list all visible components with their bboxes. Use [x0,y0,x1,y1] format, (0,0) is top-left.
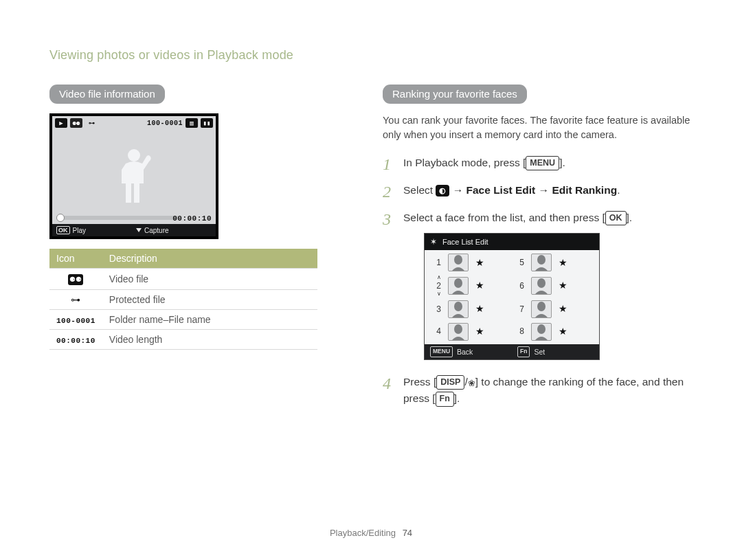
section-pill-left: Video file information [49,85,165,104]
step-2: Select ◐ → Face List Edit → Edit Ranking… [383,182,701,199]
breadcrumb: Viewing photos or videos in Playback mod… [49,48,701,63]
face-thumbnail [531,300,552,318]
step-text: Press [ [403,376,436,388]
right-column: Ranking your favorite faces You can rank… [383,85,701,418]
page-footer: Playback/Editing 74 [0,528,742,538]
face-cell: 3★ [429,298,512,320]
video-lcd-preview: ▶ ⚈⚈ ⊶ 100-0001 ▥ ▮▮ [49,113,218,239]
table-desc: Video file [102,269,317,290]
svg-point-3 [454,278,462,288]
face-rank-number: 4 [434,325,441,338]
menu-key-label: MENU [430,346,453,357]
face-list-title: Face List Edit [442,236,488,248]
video-duration-label: 00:00:10 [172,214,212,223]
face-cell: ∧2∨★ [429,274,512,298]
svg-point-7 [454,324,462,334]
camcorder-icon: ⚈⚈ [68,274,83,285]
star-icon: ★ [475,278,484,293]
folder-file-code: 100-0001 [56,317,95,325]
footer-page-number: 74 [403,528,412,538]
face-thumbnail [531,254,552,271]
face-thumbnail [531,277,552,295]
menu-button-label: MENU [526,156,559,170]
back-label: Back [457,346,473,357]
star-icon: ★ [475,302,484,317]
face-cell: 7★ [512,298,595,320]
table-row: 100-0001 Folder name–File name [49,309,317,329]
macro-flower-icon: ❀ [468,378,475,388]
icon-description-table: Icon Description ⚈⚈ Video file ⊶ Protect… [49,249,317,350]
down-triangle-icon [136,228,142,232]
svg-point-5 [454,302,462,311]
lock-icon: ⊶ [85,118,98,128]
face-thumbnail [448,323,469,341]
lock-icon: ⊶ [68,294,83,305]
mode-dial-icon: ◐ [436,185,449,197]
step-text: ]. [454,392,460,404]
progress-knob [56,214,65,222]
face-thumbnail [448,254,469,271]
ok-button-label: OK [605,211,627,225]
camcorder-icon: ⚈⚈ [70,118,82,128]
face-rank-number: 8 [517,325,524,338]
face-cell: 6★ [512,274,595,298]
disp-button-label: DISP [436,375,464,390]
face-list-lcd: ✶ Face List Edit 1★5★∧2∨★6★3★7★4★8★ MENU… [424,233,600,360]
svg-point-8 [537,324,546,334]
video-length-code: 00:00:10 [56,337,95,345]
table-desc: Video length [102,329,317,349]
face-cell: 4★ [429,320,512,343]
section-pill-right: Ranking your favorite faces [383,85,527,104]
star-icon: ★ [559,278,567,293]
capture-action-label: Capture [144,227,169,234]
left-column: Video file information ▶ ⚈⚈ ⊶ 100-0001 ▥… [49,85,317,418]
face-cell: 5★ [512,251,595,274]
step-text: Select a face from the list, and then pr… [403,212,605,223]
face-cell: 8★ [512,320,595,343]
fn-key-label: Fn [517,346,530,357]
section-intro: You can rank your favorite faces. The fa… [383,113,701,142]
star-icon: ★ [475,256,484,271]
file-code-label: 100-0001 [147,120,183,127]
face-rank-number: ∧2∨ [434,276,441,297]
battery-icon: ▮▮ [201,118,213,128]
step-text: ]. [559,157,565,168]
steps-list: In Playback mode, press [MENU]. Select ◐… [383,155,701,407]
face-thumbnail [448,300,469,318]
star-icon: ★ [475,324,484,339]
step-text: ]. [627,212,633,223]
step-text: Select [403,184,436,196]
star-icon: ★ [559,302,567,317]
table-head-desc: Description [102,249,317,269]
face-rank-number: 3 [434,303,441,316]
face-thumbnail [448,277,469,295]
fn-button-label: Fn [436,392,454,406]
svg-point-0 [128,149,140,161]
table-row: ⚈⚈ Video file [49,269,317,290]
svg-point-6 [537,302,546,311]
face-cell: 1★ [429,251,512,274]
play-action-label: Play [73,227,86,234]
svg-point-4 [537,278,546,288]
ok-key-label: OK [56,226,70,234]
face-rank-number: 1 [434,256,441,269]
face-thumbnail [531,323,552,341]
play-mode-icon: ▶ [55,118,67,128]
footer-section: Playback/Editing [330,528,396,538]
step-4: Press [DISP/❀] to change the ranking of … [383,374,701,407]
table-desc: Protected file [102,289,317,309]
table-head-icon: Icon [49,249,102,269]
two-column-layout: Video file information ▶ ⚈⚈ ⊶ 100-0001 ▥… [49,85,701,418]
star-icon: ★ [559,324,567,339]
step-3: Select a face from the list, and then pr… [383,210,701,360]
face-rank-number: 6 [517,280,524,293]
table-desc: Folder name–File name [102,309,317,329]
video-progress-bar [56,216,179,220]
step-1: In Playback mode, press [MENU]. [383,155,701,171]
set-label: Set [534,346,545,357]
star-icon: ★ [559,256,567,271]
table-row: ⊶ Protected file [49,289,317,309]
step-bold-path: → Face List Edit → Edit Ranking [449,184,617,196]
table-row: 00:00:10 Video length [49,329,317,349]
memory-card-icon: ▥ [186,118,198,128]
